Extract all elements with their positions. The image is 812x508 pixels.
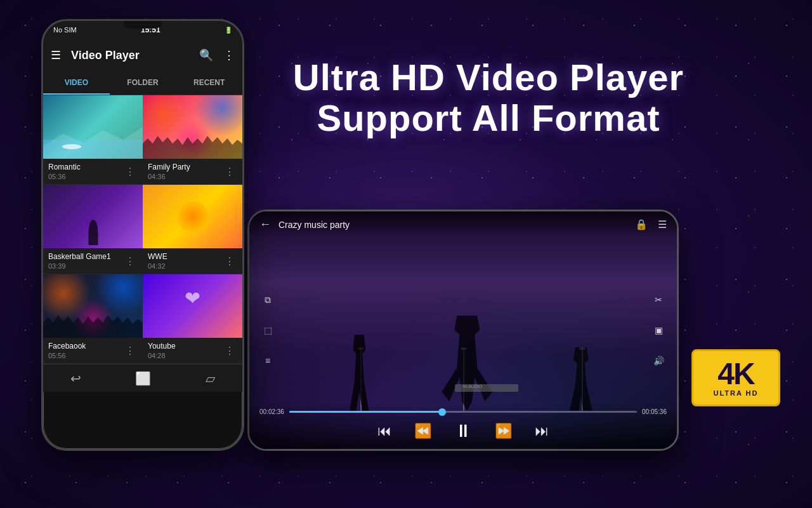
skip-to-start-button[interactable]: ⏮ [377, 423, 391, 439]
tab-bar: VIDEO FOLDER RECENT [43, 72, 242, 95]
progress-bar-container: 00:02:36 00:05:36 [259, 408, 667, 415]
crop-icon[interactable]: ⬚ [258, 321, 277, 340]
tab-recent[interactable]: RECENT [176, 72, 242, 95]
video-meta: Youtube 04:28 [148, 342, 222, 359]
video-more-icon[interactable]: ⋮ [222, 164, 237, 179]
video-grid: Romantic 05:36 ⋮ Family Party 04:36 ⋮ [43, 95, 242, 364]
skip-to-end-button[interactable]: ⏭ [535, 423, 549, 439]
headline-container: Ultra HD Video Player Support All Format [279, 57, 698, 138]
video-thumb-basketball [43, 185, 143, 248]
progress-track[interactable] [289, 411, 637, 413]
4k-badge-main-text: 4K [717, 359, 754, 389]
nav-back-button[interactable]: ↩ [70, 371, 81, 386]
video-duration: 04:36 [148, 173, 222, 180]
video-more-icon[interactable]: ⋮ [122, 344, 138, 358]
nav-recents-button[interactable]: ▱ [206, 371, 215, 386]
video-more-icon[interactable]: ⋮ [122, 254, 138, 269]
video-name: Baskerball Game1 [48, 252, 122, 261]
video-duration: 05:36 [48, 173, 122, 180]
video-meta: Baskerball Game1 03:39 [48, 252, 122, 270]
player-back-button[interactable]: ← [259, 218, 271, 231]
video-thumb-family-party [143, 95, 242, 159]
player-side-right-controls: ✂ ▣ 🔊 [649, 290, 668, 370]
total-time: 00:05:36 [642, 408, 667, 415]
video-duration: 05:56 [48, 352, 122, 359]
video-more-icon[interactable]: ⋮ [222, 254, 237, 269]
pause-button[interactable]: ⏸ [454, 420, 472, 441]
progress-fill [289, 411, 442, 413]
video-info-facebook: Facebaook 05:56 ⋮ [43, 338, 143, 363]
copy-icon[interactable]: ⧉ [258, 290, 277, 309]
navigation-bar: ↩ ⬜ ▱ [43, 364, 242, 392]
tab-video[interactable]: VIDEO [43, 72, 110, 95]
video-meta: Romantic 05:36 [48, 163, 122, 180]
video-name: Facebaook [48, 342, 122, 351]
video-info-wwe: WWE 04:32 ⋮ [143, 248, 242, 274]
tab-folder[interactable]: FOLDER [110, 72, 176, 95]
video-more-icon[interactable]: ⋮ [222, 344, 237, 358]
menu-icon[interactable]: ☰ [51, 48, 61, 62]
player-bottom-controls: 00:02:36 00:05:36 ⏮ ⏪ ⏸ ⏩ ⏭ [249, 403, 677, 449]
video-name: Romantic [48, 163, 122, 171]
statusbar-right: 🔋 [225, 27, 232, 34]
progress-thumb[interactable] [438, 408, 446, 416]
video-name: WWE [148, 252, 222, 261]
video-meta: Facebaook 05:56 [48, 342, 122, 359]
video-name: Family Party [148, 163, 222, 171]
video-duration: 03:39 [48, 262, 122, 270]
player-side-left-controls: ⧉ ⬚ ≡ [258, 290, 277, 370]
video-meta: WWE 04:32 [148, 252, 222, 270]
player-top-icons: 🔒 ☰ [635, 218, 667, 231]
video-duration: 04:32 [148, 262, 222, 270]
flower-decoration [177, 201, 209, 232]
list-item[interactable]: Baskerball Game1 03:39 ⋮ [43, 185, 143, 274]
list-item[interactable]: WWE 04:32 ⋮ [143, 185, 242, 274]
lock-icon[interactable]: 🔒 [635, 218, 648, 231]
app-topbar: ☰ Video Player 🔍 ⋮ [43, 39, 242, 72]
phone-landscape: M-AUDIO ← Crazy music party 🔒 ☰ ⧉ ⬚ ≡ [247, 210, 679, 451]
video-thumb-wwe [143, 185, 242, 248]
headline-line1: Ultra HD Video Player [279, 57, 698, 98]
video-more-icon[interactable]: ⋮ [122, 164, 138, 179]
topbar-icons: 🔍 ⋮ [199, 48, 235, 62]
person-silhouette [88, 220, 98, 245]
search-icon[interactable]: 🔍 [199, 48, 213, 62]
equalizer-icon[interactable]: ≡ [258, 351, 277, 370]
volume-icon[interactable]: 🔊 [649, 351, 668, 370]
battery-icon: 🔋 [225, 27, 232, 34]
video-meta: Family Party 04:36 [148, 163, 222, 180]
playback-controls: ⏮ ⏪ ⏸ ⏩ ⏭ [259, 420, 667, 441]
4k-badge-sub-text: ULTRA HD [714, 389, 759, 397]
video-info-family-party: Family Party 04:36 ⋮ [143, 159, 242, 184]
video-name: Youtube [148, 342, 222, 351]
player-top-bar: ← Crazy music party 🔒 ☰ [249, 211, 677, 237]
headline-line2: Support All Format [279, 98, 698, 138]
more-options-icon[interactable]: ⋮ [223, 48, 235, 62]
fast-forward-button[interactable]: ⏩ [495, 423, 512, 439]
video-player-screen: M-AUDIO ← Crazy music party 🔒 ☰ ⧉ ⬚ ≡ [249, 211, 677, 449]
playlist-icon[interactable]: ☰ [658, 218, 667, 231]
phone-portrait: No SIM 15:51 🔋 ☰ Video Player 🔍 ⋮ VIDEO … [41, 19, 244, 451]
boat-decoration [62, 144, 81, 149]
heart-decoration: ❤ [185, 287, 200, 309]
nav-home-button[interactable]: ⬜ [135, 371, 151, 386]
video-info-youtube: Youtube 04:28 ⋮ [143, 338, 242, 363]
video-thumb-facebook [43, 274, 143, 338]
list-item[interactable]: Family Party 04:36 ⋮ [143, 95, 242, 185]
player-overlay: ← Crazy music party 🔒 ☰ ⧉ ⬚ ≡ ✂ ▣ 🔊 [249, 211, 677, 449]
scissors-icon[interactable]: ✂ [649, 290, 668, 309]
list-item[interactable]: ❤ Youtube 04:28 ⋮ [143, 274, 242, 364]
list-item[interactable]: Facebaook 05:56 ⋮ [43, 274, 143, 364]
water-decoration [43, 140, 143, 159]
rewind-button[interactable]: ⏪ [414, 423, 431, 439]
video-info-romantic: Romantic 05:36 ⋮ [43, 159, 143, 184]
player-video-title: Crazy music party [278, 220, 635, 230]
phone-notch [124, 21, 162, 29]
video-info-basketball: Baskerball Game1 03:39 ⋮ [43, 248, 143, 274]
subtitles-icon[interactable]: ▣ [649, 321, 668, 340]
video-thumb-romantic [43, 95, 143, 159]
current-time: 00:02:36 [259, 408, 284, 415]
list-item[interactable]: Romantic 05:36 ⋮ [43, 95, 143, 185]
video-duration: 04:28 [148, 352, 222, 359]
statusbar-left: No SIM [53, 26, 77, 34]
